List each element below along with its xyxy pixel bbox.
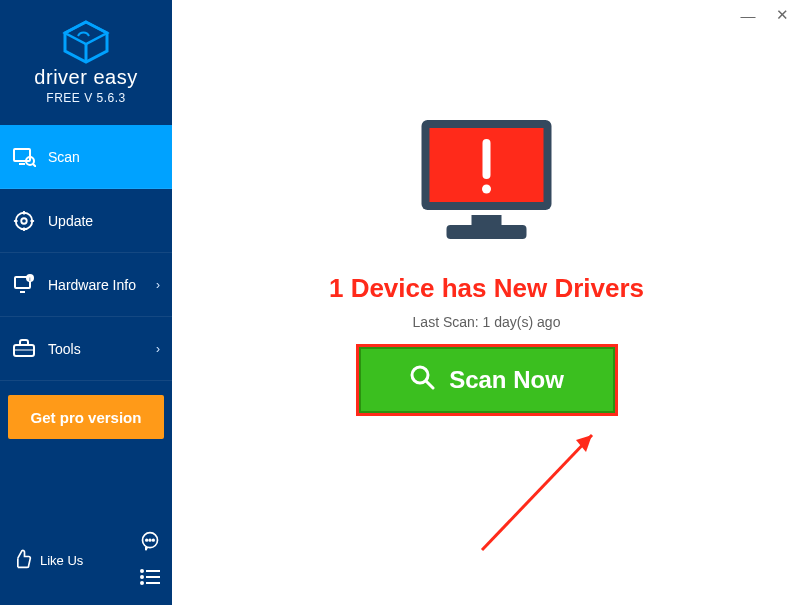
svg-line-36 — [426, 381, 433, 388]
app-logo-icon — [61, 20, 111, 64]
svg-point-7 — [16, 212, 33, 229]
svg-line-6 — [33, 164, 36, 167]
annotation-arrow-icon — [472, 420, 632, 560]
app-window: driver easy FREE V 5.6.3 Scan Update i — [0, 0, 801, 605]
sidebar-item-update[interactable]: Update — [0, 189, 172, 253]
sidebar-item-hardware[interactable]: i Hardware Info › — [0, 253, 172, 317]
like-us-button[interactable]: Like Us — [12, 549, 83, 572]
sidebar-item-label: Scan — [48, 149, 80, 165]
logo-area: driver easy FREE V 5.6.3 — [0, 0, 172, 125]
search-icon — [409, 364, 435, 396]
svg-point-20 — [146, 539, 148, 541]
sidebar-item-label: Tools — [48, 341, 81, 357]
status-headline: 1 Device has New Drivers — [172, 273, 801, 304]
svg-line-37 — [482, 435, 592, 550]
svg-point-21 — [149, 539, 151, 541]
minimize-button[interactable]: — — [739, 6, 757, 24]
chevron-right-icon: › — [156, 342, 160, 356]
sidebar-item-label: Hardware Info — [48, 277, 136, 293]
svg-point-22 — [153, 539, 155, 541]
close-button[interactable]: ✕ — [773, 6, 791, 24]
sidebar-item-tools[interactable]: Tools › — [0, 317, 172, 381]
svg-rect-32 — [447, 225, 527, 239]
tools-icon — [12, 337, 36, 361]
sidebar-item-label: Update — [48, 213, 93, 229]
svg-rect-31 — [472, 215, 502, 225]
status-panel: 1 Device has New Drivers Last Scan: 1 da… — [172, 115, 801, 330]
svg-point-27 — [141, 582, 143, 584]
brand-version: FREE V 5.6.3 — [46, 91, 125, 105]
menu-icon[interactable] — [140, 569, 160, 589]
svg-point-34 — [482, 185, 491, 194]
like-us-label: Like Us — [40, 553, 83, 568]
get-pro-button[interactable]: Get pro version — [8, 395, 164, 439]
brand-name: driver easy — [34, 66, 137, 89]
main-content: — ✕ 1 Device has New Drivers Last Scan: … — [172, 0, 801, 605]
sidebar: driver easy FREE V 5.6.3 Scan Update i — [0, 0, 172, 605]
chevron-right-icon: › — [156, 278, 160, 292]
svg-point-23 — [141, 570, 143, 572]
scan-button-highlight: Scan Now — [356, 344, 618, 416]
monitor-alert-icon — [412, 115, 562, 245]
titlebar-controls: — ✕ — [739, 6, 791, 24]
feedback-icon[interactable] — [140, 531, 160, 555]
scan-icon — [12, 145, 36, 169]
thumbs-up-icon — [12, 549, 32, 572]
sidebar-nav: Scan Update i Hardware Info › Tools — [0, 125, 172, 381]
svg-text:i: i — [29, 276, 30, 282]
last-scan-text: Last Scan: 1 day(s) ago — [172, 314, 801, 330]
sidebar-item-scan[interactable]: Scan — [0, 125, 172, 189]
scan-now-button[interactable]: Scan Now — [359, 347, 615, 413]
svg-point-8 — [21, 218, 27, 224]
hardware-icon: i — [12, 273, 36, 297]
scan-button-label: Scan Now — [449, 366, 564, 394]
sidebar-bottom: Like Us — [0, 521, 172, 605]
sidebar-extra-icons — [140, 531, 160, 589]
svg-point-25 — [141, 576, 143, 578]
update-icon — [12, 209, 36, 233]
